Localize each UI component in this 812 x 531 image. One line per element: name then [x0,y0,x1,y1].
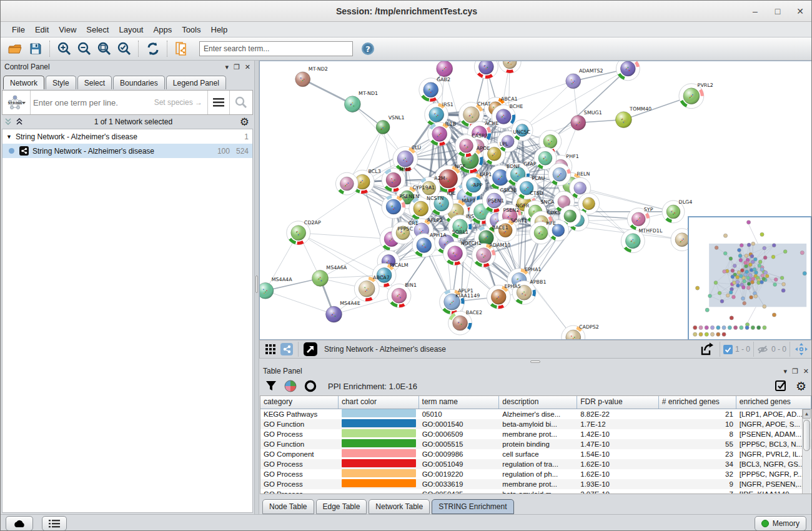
menu-tools[interactable]: Tools [177,23,205,36]
menu-select[interactable]: Select [81,23,114,36]
expand-all-icon[interactable] [16,118,27,126]
table-row[interactable]: GO FunctionGO:0005515protein binding1.47… [260,439,811,449]
tab-network[interactable]: Network [3,76,44,89]
settings-gear-icon[interactable]: ⚙ [796,379,806,394]
task-history-button[interactable] [42,516,67,531]
refresh-button[interactable] [143,39,163,58]
open-in-window-button[interactable] [302,340,319,359]
panel-float-icon[interactable]: ❐ [792,367,798,375]
species-selector-label[interactable]: Set species → [154,98,207,107]
network-collection-row[interactable]: ▼ String Network - Alzheimer's disease 1 [2,129,252,144]
search-input[interactable] [199,41,353,56]
tree-expander-icon[interactable]: ▼ [6,134,12,140]
network-from-file-button[interactable] [172,39,192,58]
string-options-button[interactable] [207,91,229,114]
column-header-description[interactable]: description [499,396,577,409]
grid-icon [265,344,275,354]
menu-help[interactable]: Help [206,23,233,36]
string-search-button[interactable] [229,91,252,114]
tab-node-table[interactable]: Node Table [262,499,314,514]
navigator-toggle-button[interactable] [793,340,810,359]
zoom-selected-button[interactable] [114,39,134,58]
memory-button[interactable]: Memory [755,516,806,531]
table-row[interactable]: KEGG Pathways05010Alzheimer's dise...8.8… [260,409,811,419]
current-network-dot [9,148,14,154]
help-button[interactable]: ? [358,39,378,58]
tab-legend-panel[interactable]: Legend Panel [166,76,226,89]
string-query-input[interactable] [31,98,154,107]
menu-apps[interactable]: Apps [149,23,177,36]
zoom-fit-button[interactable] [94,39,114,58]
cell-description: regulation of tra... [499,459,577,469]
table-row[interactable]: GO ProcessGO:0033619membrane prot...1.93… [260,479,811,489]
cytoscape-window: Session: /tmp/enrichmentTest.cys – □ ✕ F… [0,0,812,531]
table-row[interactable]: GO ComponentGO:0009986cell surface1.54E-… [260,449,811,459]
collapse-all-icon[interactable] [4,118,16,126]
table-row[interactable]: GO FunctionGO:0001540beta-amyloid bi...1… [260,419,811,429]
string-app-icon [19,146,29,156]
tab-string-enrichment[interactable]: STRING Enrichment [432,499,513,514]
vertical-splitter-handle[interactable] [255,275,258,293]
panel-float-icon[interactable]: ❐ [234,63,240,71]
scrollbar-thumb[interactable] [803,420,810,451]
tab-network-table[interactable]: Network Table [369,499,430,514]
save-session-button[interactable] [26,39,46,58]
cloud-button[interactable] [6,516,33,531]
cell-category: GO Process [260,469,339,479]
donut-chart-icon[interactable] [304,380,317,392]
grid-view-button[interactable] [262,340,279,359]
table-row[interactable]: GO ProcessGO:0019220regulation of ph...1… [260,469,811,479]
column-header-fdr-p-value[interactable]: FDR p-value [577,396,659,409]
table-row[interactable]: GO ProcessGO:0006509membrane prot...1.42… [260,429,811,439]
panel-collapse-icon[interactable]: ▾ [783,367,787,375]
cell-fdr-p-value: 1.7E-12 [577,419,659,429]
tab-style[interactable]: Style [46,76,76,89]
zoom-in-button[interactable] [54,39,74,58]
zoom-in-icon [57,41,72,56]
toolbar-separator [49,41,51,57]
horizontal-splitter-handle[interactable] [530,360,540,363]
open-session-button[interactable] [6,39,26,58]
zoom-out-button[interactable] [74,39,94,58]
table-row[interactable]: GO ProcessGO:0051049regulation of tra...… [260,459,811,469]
string-view-button[interactable] [279,340,295,359]
tab-select[interactable]: Select [77,76,112,89]
tab-boundaries[interactable]: Boundaries [113,76,165,89]
export-network-button[interactable] [698,340,716,359]
svg-text:GSK3B: GSK3B [500,187,517,193]
panel-collapse-icon[interactable]: ▾ [225,63,229,71]
panel-close-icon[interactable]: ✕ [245,63,250,71]
column-header-term-name[interactable]: term name [419,396,500,409]
menu-layout[interactable]: Layout [114,23,148,36]
filter-icon[interactable] [265,380,277,392]
menu-edit[interactable]: Edit [30,23,54,36]
menu-view[interactable]: View [54,23,81,36]
column-header--enriched-genes[interactable]: # enriched genes [659,396,736,409]
menu-file[interactable]: File [7,23,30,36]
string-protein-query-selector[interactable]: STRING [2,91,31,114]
tab-edge-table[interactable]: Edge Table [316,499,367,514]
cell-term-name: GO:0001540 [419,419,500,429]
svg-text:EPHA1: EPHA1 [525,267,541,272]
panel-close-icon[interactable]: ✕ [803,367,809,375]
toolbar-separator [167,41,168,57]
column-header-enriched-genes[interactable]: enriched genes [736,396,811,409]
pie-chart-icon[interactable] [284,380,297,392]
svg-text:CLU: CLU [412,145,422,151]
gear-icon[interactable]: ⚙ [240,116,249,129]
scrollbar-up-arrow[interactable]: ▲ [803,409,811,419]
maximize-button[interactable]: □ [766,1,789,22]
network-row[interactable]: String Network - Alzheimer's disease 100… [2,144,252,158]
select-columns-icon[interactable] [775,380,787,392]
control-panel-header: Control Panel ▾ ❐ ✕ [1,61,254,73]
table-row[interactable]: GO ProcessGO:0050435beta-amyloid m...2.0… [260,489,811,494]
column-header-chart-color[interactable]: chart color [339,396,419,409]
svg-text:ACHE: ACHE [485,121,499,126]
close-button[interactable]: ✕ [789,1,811,22]
svg-text:IRS1: IRS1 [442,102,453,107]
color-swatch [342,459,416,467]
column-header-category[interactable]: category [260,396,339,409]
minimize-button[interactable]: – [744,1,766,22]
table-scrollbar[interactable]: ▲ [802,409,811,494]
birds-eye-view[interactable] [688,216,812,340]
